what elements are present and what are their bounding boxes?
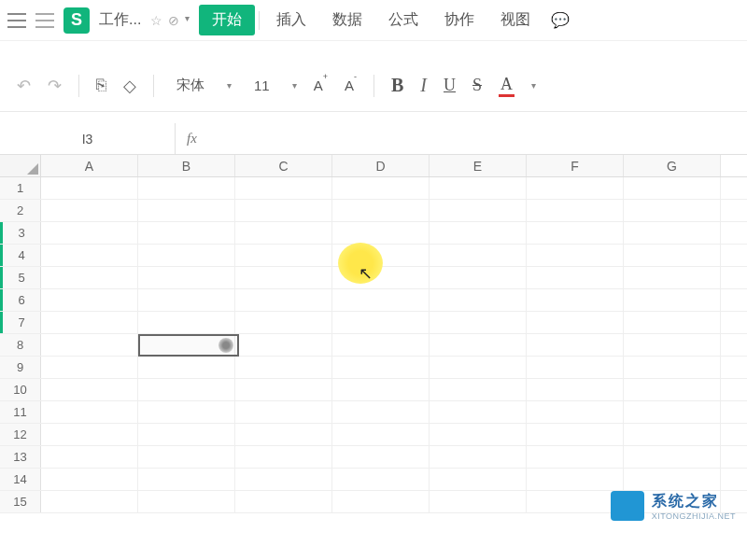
cell[interactable] xyxy=(235,401,332,423)
cell[interactable] xyxy=(430,222,527,244)
col-header-c[interactable]: C xyxy=(235,155,332,176)
paintbrush-icon[interactable]: ⎘ xyxy=(96,76,106,95)
font-name-select[interactable]: 宋体 xyxy=(171,77,210,94)
cell[interactable] xyxy=(138,357,235,378)
cell[interactable] xyxy=(527,424,624,445)
italic-button[interactable]: I xyxy=(420,75,427,96)
cell[interactable] xyxy=(430,446,527,468)
cell[interactable] xyxy=(138,312,235,333)
cell[interactable] xyxy=(235,379,332,400)
underline-button[interactable]: U xyxy=(444,76,456,95)
cell[interactable] xyxy=(41,491,138,512)
cell[interactable] xyxy=(138,200,235,221)
cell[interactable] xyxy=(430,289,527,311)
cell[interactable] xyxy=(527,267,624,288)
row-header[interactable]: 13 xyxy=(0,446,41,468)
cell[interactable] xyxy=(527,446,624,468)
cell[interactable] xyxy=(430,177,527,199)
cell[interactable] xyxy=(235,491,332,512)
font-increase-button[interactable]: A+ xyxy=(314,77,328,93)
row-header[interactable]: 2 xyxy=(0,200,41,221)
cell[interactable] xyxy=(41,401,138,423)
cell[interactable] xyxy=(332,222,430,244)
cell[interactable] xyxy=(235,245,332,266)
cell[interactable] xyxy=(332,401,430,423)
cell[interactable] xyxy=(235,222,332,244)
col-header-f[interactable]: F xyxy=(527,155,624,176)
cell[interactable] xyxy=(235,312,332,333)
font-decrease-button[interactable]: A- xyxy=(345,77,357,93)
cell[interactable] xyxy=(430,379,527,400)
cell[interactable] xyxy=(624,245,721,266)
col-header-d[interactable]: D xyxy=(332,155,430,176)
row-header[interactable]: 12 xyxy=(0,424,41,445)
cell[interactable] xyxy=(332,379,430,400)
cell[interactable] xyxy=(138,401,235,423)
cell[interactable] xyxy=(624,446,721,468)
cell[interactable] xyxy=(235,200,332,221)
cell[interactable] xyxy=(430,312,527,333)
cell[interactable] xyxy=(332,200,430,221)
col-header-g[interactable]: G xyxy=(624,155,721,176)
cell[interactable] xyxy=(235,469,332,490)
cell[interactable] xyxy=(624,334,721,356)
cell[interactable] xyxy=(235,446,332,468)
row-header[interactable]: 8 xyxy=(0,334,41,356)
star-icon[interactable]: ☆ xyxy=(150,13,162,28)
app-logo[interactable]: S xyxy=(63,7,90,34)
menu-view[interactable]: 视图 xyxy=(487,5,543,35)
cell[interactable] xyxy=(624,401,721,423)
check-icon[interactable]: ⊘ xyxy=(168,13,179,28)
cell[interactable] xyxy=(527,334,624,356)
dropdown-icon[interactable]: ▾ xyxy=(227,80,232,91)
cell[interactable] xyxy=(527,401,624,423)
name-box[interactable]: I3 xyxy=(0,123,176,154)
cell[interactable] xyxy=(138,222,235,244)
cell[interactable] xyxy=(527,312,624,333)
cell[interactable] xyxy=(332,312,430,333)
font-size-select[interactable]: 11 xyxy=(248,77,275,93)
cell[interactable] xyxy=(235,177,332,199)
row-header[interactable]: 1 xyxy=(0,177,41,199)
row-header[interactable]: 10 xyxy=(0,379,41,400)
cell[interactable] xyxy=(41,245,138,266)
cell[interactable] xyxy=(138,491,235,512)
cell[interactable] xyxy=(527,177,624,199)
comment-icon[interactable]: 💬 xyxy=(551,11,570,29)
cell[interactable] xyxy=(624,222,721,244)
cell[interactable] xyxy=(41,446,138,468)
cell[interactable] xyxy=(332,424,430,445)
row-header[interactable]: 7 xyxy=(0,312,41,333)
cell[interactable] xyxy=(235,357,332,378)
cell[interactable] xyxy=(430,267,527,288)
col-header-b[interactable]: B xyxy=(138,155,235,176)
eraser-icon[interactable]: ◇ xyxy=(123,76,136,96)
cell[interactable] xyxy=(430,245,527,266)
cell[interactable] xyxy=(41,469,138,490)
select-all-corner[interactable] xyxy=(0,155,41,176)
formula-input[interactable] xyxy=(208,123,747,154)
dropdown-icon[interactable]: ▾ xyxy=(531,80,536,91)
cell[interactable] xyxy=(41,334,138,356)
cell[interactable] xyxy=(235,334,332,356)
row-header[interactable]: 6 xyxy=(0,289,41,311)
cell[interactable] xyxy=(332,469,430,490)
cell[interactable] xyxy=(624,267,721,288)
cell[interactable] xyxy=(430,469,527,490)
cell[interactable] xyxy=(138,446,235,468)
cell[interactable] xyxy=(138,177,235,199)
col-header-e[interactable]: E xyxy=(430,155,527,176)
fx-label[interactable]: fx xyxy=(176,131,208,147)
font-color-button[interactable]: A xyxy=(499,75,514,97)
cell[interactable] xyxy=(138,379,235,400)
cell[interactable] xyxy=(138,245,235,266)
cell[interactable] xyxy=(138,267,235,288)
row-header[interactable]: 9 xyxy=(0,357,41,378)
cell[interactable] xyxy=(41,177,138,199)
cell[interactable] xyxy=(235,289,332,311)
list-icon[interactable] xyxy=(35,13,54,28)
row-header[interactable]: 5 xyxy=(0,267,41,288)
row-header[interactable]: 14 xyxy=(0,469,41,490)
cell[interactable] xyxy=(527,245,624,266)
cell[interactable] xyxy=(624,379,721,400)
